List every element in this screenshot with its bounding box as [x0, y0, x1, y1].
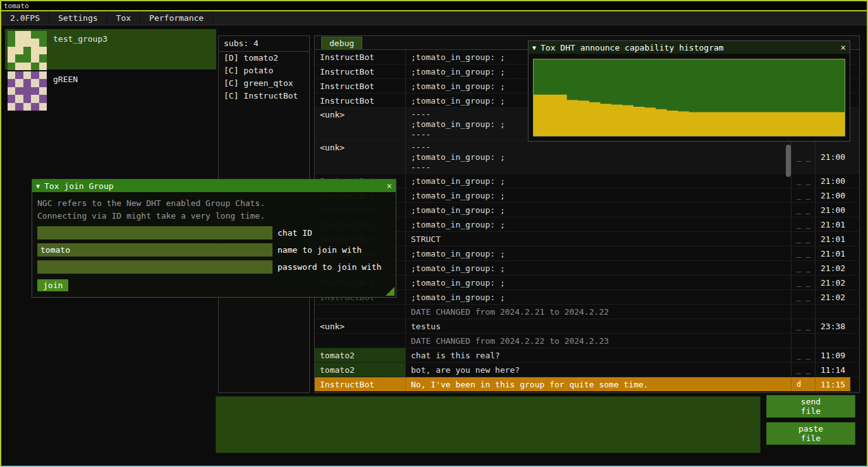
- chat-row[interactable]: InstructBot;tomato_in_group: ;_ _21:00: [315, 188, 859, 203]
- message-author: InstructBot: [315, 50, 405, 64]
- message-author: InstructBot: [315, 94, 405, 107]
- chat-row[interactable]: InstructBot;tomato_in_group: ;_ _21:01: [315, 217, 859, 232]
- join-group-titlebar[interactable]: ▼ Tox join Group ×: [32, 179, 396, 192]
- join-password-input[interactable]: [37, 260, 272, 274]
- window-title: Tox join Group: [44, 181, 114, 191]
- menu-settings[interactable]: Settings: [49, 11, 107, 25]
- message-time: 21:02: [815, 276, 850, 289]
- row-spacer: [850, 319, 859, 333]
- chat-id-input[interactable]: [37, 226, 272, 240]
- chat-row[interactable]: InstructBot;tomato_in_group: ;_ _21:02: [315, 290, 859, 305]
- subscriber-item[interactable]: [C] potato: [219, 64, 309, 77]
- fps-indicator[interactable]: 2.0FPS: [1, 11, 49, 25]
- chat-row-highlighted[interactable]: InstructBotNo, I've been in this group f…: [315, 377, 859, 392]
- message-scrollbar[interactable]: [786, 145, 791, 177]
- row-spacer: [850, 348, 859, 362]
- message-text: ;tomato_in_group: ;: [405, 246, 791, 260]
- message-line: ;tomato_in_group: ;: [411, 152, 791, 162]
- chat-row[interactable]: tomato2chat is this real?_ _11:09: [315, 348, 859, 363]
- subscribers-header: subs: 4: [219, 36, 309, 52]
- message-author: <unk>: [315, 319, 405, 333]
- chat-row[interactable]: <unk>testus_ _23:38: [315, 319, 859, 334]
- message-time: 21:01: [815, 246, 850, 260]
- row-spacer: [850, 261, 859, 275]
- message-status: _ _: [791, 363, 815, 377]
- resize-grip[interactable]: [386, 287, 394, 296]
- info-text: NGC refers to the New DHT enabled Group …: [37, 197, 391, 210]
- close-icon[interactable]: ×: [841, 43, 846, 52]
- menu-performance[interactable]: Performance: [140, 11, 213, 25]
- message-time: 11:15: [815, 377, 850, 391]
- join-name-input[interactable]: [37, 243, 272, 257]
- message-status: _ _: [791, 276, 815, 289]
- window-title: Tox DHT announce capability histogram: [541, 43, 724, 52]
- chat-system-row: DATE CHANGED from 2024.2.22 to 2024.2.23: [315, 334, 859, 348]
- dht-histogram-window: ▼ Tox DHT announce capability histogram …: [528, 40, 850, 142]
- group-avatar: [8, 31, 47, 70]
- group-list: test_group3 gREEN: [5, 29, 216, 110]
- group-avatar: [8, 71, 47, 111]
- message-status: _ _: [791, 141, 815, 173]
- message-author: InstructBot: [315, 79, 405, 93]
- subscriber-item[interactable]: [D] tomato2: [219, 52, 309, 64]
- message-author: tomato2: [315, 363, 405, 377]
- dht-histogram-titlebar[interactable]: ▼ Tox DHT announce capability histogram …: [529, 41, 850, 54]
- file-buttons: send file paste file: [766, 395, 855, 449]
- message-text: testus: [405, 319, 791, 333]
- collapse-arrow-icon[interactable]: ▼: [36, 183, 40, 190]
- message-author: tomato2: [315, 348, 405, 362]
- message-author: <unk>: [315, 141, 405, 173]
- histogram-area: [534, 59, 845, 136]
- menu-tox[interactable]: Tox: [107, 11, 140, 25]
- close-icon[interactable]: ×: [387, 181, 392, 190]
- chat-row[interactable]: InstructBot;tomato_in_group: ;_ _21:02: [315, 261, 859, 276]
- tab-debug[interactable]: debug: [321, 37, 362, 49]
- message-input[interactable]: [216, 396, 761, 453]
- group-item-test_group3[interactable]: test_group3: [5, 29, 216, 70]
- row-spacer: [850, 363, 859, 377]
- row-spacer: [850, 290, 859, 304]
- subscriber-item[interactable]: [C] green_qtox: [219, 77, 309, 90]
- chat-system-row: DATE CHANGED from 2024.2.21 to 2024.2.22: [315, 305, 859, 319]
- row-spacer: [850, 141, 859, 173]
- message-text: ;tomato_in_group: ;: [405, 276, 791, 289]
- chat-row[interactable]: tomato2bot, are you new here?_ _11:14: [315, 363, 859, 377]
- row-spacer: [850, 232, 859, 246]
- system-message: DATE CHANGED from 2024.2.22 to 2024.2.23: [405, 334, 791, 348]
- message-time: 21:00: [815, 203, 850, 217]
- group-name: test_group3: [53, 34, 107, 44]
- message-text: bot, are you new here?: [405, 363, 791, 377]
- join-group-window: ▼ Tox join Group × NGC refers to the New…: [32, 179, 396, 298]
- info-text: Connecting via ID might take a very long…: [37, 210, 391, 222]
- collapse-arrow-icon[interactable]: ▼: [532, 44, 536, 51]
- paste-file-button[interactable]: paste file: [766, 422, 855, 445]
- group-item-green[interactable]: gREEN: [5, 70, 216, 110]
- message-status: _ _: [791, 319, 815, 333]
- chat-row[interactable]: <unk>----;tomato_in_group: ;----_ _21:00: [315, 141, 859, 174]
- send-file-button[interactable]: send file: [766, 395, 855, 418]
- message-time: 11:14: [815, 363, 850, 377]
- chat-row[interactable]: InstructBot;tomato_in_group: ;_ _21:02: [315, 276, 859, 290]
- message-status: _ _: [791, 188, 815, 202]
- message-status: _ _: [791, 232, 815, 246]
- message-time: 11:09: [815, 348, 850, 362]
- message-text: ----;tomato_in_group: ;----: [405, 141, 791, 173]
- message-time: 21:00: [815, 174, 850, 188]
- row-spacer: [850, 79, 859, 93]
- row-spacer: [850, 50, 859, 64]
- join-button[interactable]: join: [37, 279, 68, 291]
- message-text: chat is this real?: [405, 348, 791, 362]
- chat-row[interactable]: InstructBot;tomato_in_group: ;_ _21:01: [315, 246, 859, 261]
- row-spacer: [850, 174, 859, 188]
- chat-row[interactable]: InstructBotSTRUCT_ _21:01: [315, 232, 859, 246]
- message-status: _ _: [791, 217, 815, 231]
- message-time: 21:00: [815, 141, 850, 173]
- chat-row[interactable]: InstructBot;tomato_in_group: ;_ _21:00: [315, 203, 859, 217]
- message-text: ;tomato_in_group: ;: [405, 174, 791, 188]
- system-message: DATE CHANGED from 2024.2.21 to 2024.2.22: [405, 305, 791, 318]
- window-titlebar[interactable]: tomato: [1, 1, 867, 11]
- subscriber-item[interactable]: [C] InstructBot: [219, 90, 309, 102]
- chat-row[interactable]: InstructBot;tomato_in_group: ;_ _21:00: [315, 174, 859, 188]
- row-spacer: [850, 188, 859, 202]
- row-spacer: [850, 276, 859, 289]
